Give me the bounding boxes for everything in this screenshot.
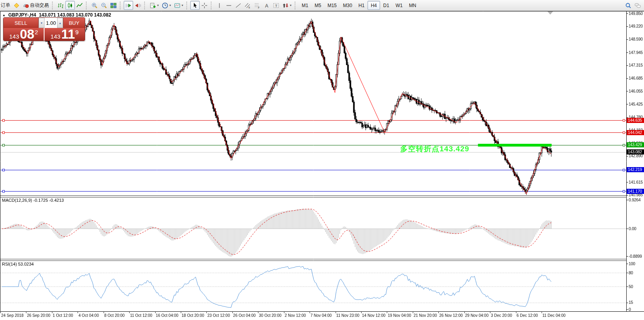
shift-end-icon (125, 2, 132, 9)
tf-m30-button[interactable]: M30 (340, 1, 355, 10)
chart-title: ▲ GBPJPY-,H4 143.071 143.083 143.070 143… (2, 12, 111, 18)
candlestick-chart-button[interactable] (65, 1, 75, 10)
add-indicator-button[interactable]: ▾ (148, 1, 160, 10)
price-level-badge: 143.429 (627, 142, 644, 147)
chevron-down-icon: ▾ (169, 4, 171, 7)
tf-m5-button-label: M5 (315, 3, 321, 8)
chevron-down-icon: ▼ (40, 22, 43, 24)
cursor-icon (192, 2, 198, 9)
time-axis-label: 11 Dec 04:00 (542, 313, 566, 318)
equidistant-channel-button[interactable]: E (243, 1, 252, 10)
clock-icon (162, 2, 168, 9)
toolbar-grip[interactable] (144, 2, 147, 9)
tf-mn-button[interactable]: MN (406, 1, 419, 10)
time-axis-label: 21 Nov 20:00 (414, 313, 437, 318)
tf-h1-button[interactable]: H1 (355, 1, 367, 10)
new-order-button[interactable]: 订单 (0, 1, 12, 10)
tile-windows-icon (110, 2, 117, 9)
search-button[interactable] (624, 1, 633, 10)
horizontal-line-button[interactable] (224, 1, 234, 10)
trendline-button[interactable] (234, 1, 243, 10)
tf-h4-button[interactable]: H4 (367, 1, 380, 10)
time-axis-label: 18 Oct 20:00 (182, 313, 204, 318)
tile-windows-button[interactable] (109, 1, 118, 10)
chart-canvas[interactable] (0, 11, 644, 320)
tf-mn-button-label: MN (409, 3, 416, 8)
time-axis-label: 30 Oct 20:00 (259, 313, 281, 318)
rsi-axis-label: 50 (629, 284, 633, 289)
tf-d1-button[interactable]: D1 (380, 1, 392, 10)
tf-m1-button[interactable]: M1 (299, 1, 312, 10)
time-axis-label: 26 Oct 04:00 (233, 313, 256, 318)
svg-text:T: T (275, 4, 278, 7)
chevron-down-icon: ▾ (182, 4, 183, 7)
price-level-badge: 144.042 (627, 130, 644, 135)
templates-button[interactable]: ▾ (173, 1, 185, 10)
price-level-badge: 142.219 (627, 167, 644, 172)
volume-stepper: ▼ 1.00 ▲ (38, 18, 63, 28)
text-button[interactable]: A (262, 1, 271, 10)
autotrade-button[interactable]: 自动交易 (21, 1, 50, 10)
time-axis-label: 1 Oct 12:00 (53, 313, 73, 318)
tf-w1-button[interactable]: W1 (392, 1, 406, 10)
text-icon: A (264, 2, 270, 9)
toolbar-grip[interactable] (120, 2, 122, 9)
zoom-in-button[interactable] (90, 1, 99, 10)
volume-value[interactable]: 1.00 (45, 18, 57, 28)
fibonacci-button[interactable]: F (252, 1, 262, 10)
time-axis-label: 29 Nov 04:00 (465, 313, 489, 318)
toolbar-grip[interactable] (86, 2, 89, 9)
vertical-line-button[interactable] (215, 1, 224, 10)
tf-m15-button[interactable]: M15 (324, 1, 340, 10)
rsi-label: RSI(14) 53.0234 (2, 262, 34, 266)
chart-window: ▲ GBPJPY-,H4 143.071 143.083 143.070 143… (0, 11, 644, 320)
tf-m15-button-label: M15 (327, 3, 336, 8)
volume-decrease-button[interactable]: ▼ (39, 18, 45, 28)
cursor-button[interactable] (190, 1, 200, 10)
zoom-out-button[interactable] (99, 1, 109, 10)
toolbar-grip[interactable] (295, 2, 297, 9)
macd-label: MACD(12,26,9) -0.1725 -0.4213 (2, 198, 64, 203)
channel-icon: E (245, 2, 251, 9)
series-end-marker-icon (547, 11, 553, 15)
bar-chart-button[interactable] (56, 1, 65, 10)
horizontal-line-icon (226, 2, 232, 9)
line-chart-button[interactable] (75, 1, 84, 10)
time-axis-label: 23 Oct 12:00 (207, 313, 230, 318)
auto-scroll-button[interactable] (133, 1, 143, 10)
chart-symbol-period: GBPJPY-,H4 (8, 12, 36, 18)
macd-axis-label: 0.00 (629, 226, 636, 231)
tf-m30-button-label: M30 (343, 3, 352, 8)
toolbar-grip[interactable] (186, 2, 189, 9)
new-order-button-label: 订单 (1, 2, 10, 9)
autotrade-button-label: 自动交易 (30, 2, 49, 9)
rsi-axis-label: 0 (629, 307, 631, 312)
time-axis-label: 3 Dec 20:00 (491, 313, 512, 318)
community-chat-button[interactable] (633, 1, 642, 10)
chart-tag-button[interactable] (12, 1, 21, 10)
price-axis-label: 149.220 (629, 24, 643, 28)
tf-m5-button[interactable]: M5 (312, 1, 325, 10)
collapse-triangle-icon[interactable]: ▲ (2, 13, 6, 17)
vertical-line-icon (216, 2, 223, 9)
rsi-axis-label: 100 (629, 261, 635, 266)
buy-price[interactable]: 143 11 9 (44, 28, 85, 41)
sell-price[interactable]: 143 08 2 (4, 28, 44, 41)
new-chart-icon (150, 2, 156, 9)
shift-chart-end-button[interactable] (124, 1, 133, 10)
periods-button[interactable]: ▾ (160, 1, 173, 10)
price-axis-label: 145.425 (629, 102, 643, 106)
sell-price-big: 08 (20, 28, 34, 40)
turning-point-annotation[interactable]: 多空转折点143.429 (400, 144, 470, 154)
toolbar-grip[interactable] (52, 2, 55, 9)
sell-price-sup: 2 (35, 29, 38, 35)
arrows-button[interactable]: ▾ (281, 1, 293, 10)
time-axis-label: 11 Oct 12:00 (130, 313, 152, 318)
sell-price-prefix: 143 (9, 33, 19, 40)
svg-text:E: E (249, 6, 250, 9)
crosshair-button[interactable] (200, 1, 209, 10)
time-axis-label: 24 Sep 2018 (1, 313, 24, 318)
text-label-button[interactable]: T (271, 1, 281, 10)
toolbar-grip[interactable] (211, 2, 213, 9)
time-axis-label: 6 Dec 12:00 (517, 313, 538, 318)
